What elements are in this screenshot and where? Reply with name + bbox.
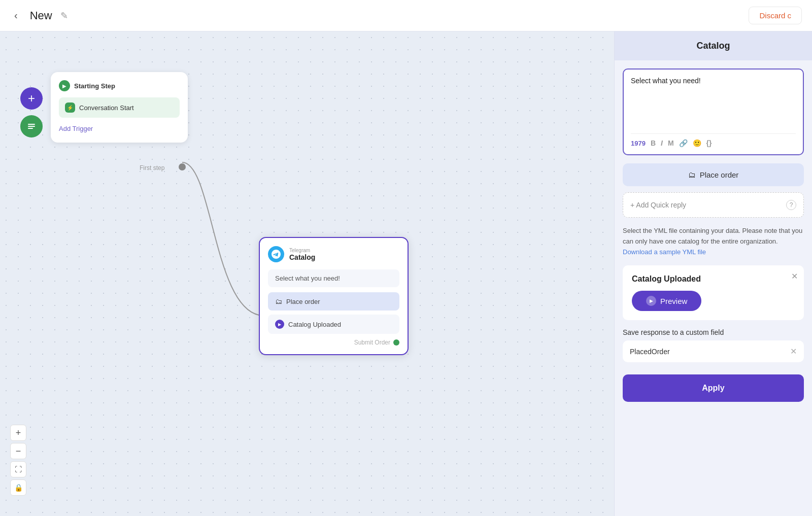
- catalog-node[interactable]: Telegram Catalog Select what you need! 🗂…: [259, 237, 409, 355]
- preview-button[interactable]: ▶ Preview: [632, 291, 701, 311]
- close-icon[interactable]: ✕: [791, 271, 798, 281]
- save-response-value: PlacedOrder: [630, 348, 670, 356]
- text-editor-content[interactable]: Select what you need!: [631, 77, 796, 127]
- conversation-start-label: Conversation Start: [79, 104, 134, 112]
- catalog-uploaded-card-title: Catalog Uploaded: [632, 274, 795, 284]
- catalog-node-header: Telegram Catalog: [268, 246, 399, 262]
- italic-icon[interactable]: I: [661, 139, 663, 147]
- first-step-dot: [179, 163, 186, 170]
- preview-play-icon: ▶: [646, 296, 656, 306]
- right-panel: Catalog Select what you need! 1979 B I M…: [614, 31, 812, 516]
- emoji-icon[interactable]: 🙂: [693, 139, 701, 147]
- help-icon[interactable]: ?: [786, 200, 796, 210]
- apply-button[interactable]: Apply: [623, 374, 804, 402]
- place-order-button-label: Place order: [700, 170, 739, 179]
- play-icon: ▶: [275, 320, 284, 329]
- monospace-icon[interactable]: M: [668, 139, 674, 147]
- text-editor-toolbar: 1979 B I M 🔗 🙂 {}: [631, 133, 796, 147]
- zoom-controls: + − ⛶ 🔒: [10, 425, 26, 496]
- zoom-out-button[interactable]: −: [10, 443, 26, 459]
- starting-step-label: Starting Step: [74, 82, 115, 90]
- starting-step-node: ▶ Starting Step ⚡ Conversation Start Add…: [51, 72, 188, 143]
- char-count: 1979: [631, 140, 646, 147]
- page-title: New: [30, 9, 52, 22]
- download-link[interactable]: Download a sample YML file: [623, 248, 706, 256]
- description-text: Select the YML file containing your data…: [623, 226, 804, 257]
- add-step-button[interactable]: +: [20, 87, 43, 110]
- submit-order-row: Submit Order: [268, 339, 399, 346]
- first-step-label: First step: [140, 164, 164, 171]
- zoom-in-button[interactable]: +: [10, 425, 26, 441]
- save-response-label: Save response to a custom field: [623, 328, 804, 336]
- list-button[interactable]: [20, 115, 43, 137]
- place-order-label: Place order: [286, 298, 320, 305]
- preview-label: Preview: [660, 297, 687, 305]
- bold-icon[interactable]: B: [651, 139, 656, 147]
- back-button[interactable]: ‹: [10, 8, 22, 23]
- starting-step-header: ▶ Starting Step: [59, 80, 180, 91]
- discard-button[interactable]: Discard c: [749, 7, 802, 24]
- link-icon[interactable]: 🔗: [679, 139, 688, 147]
- starting-step-icon: ▶: [59, 80, 70, 91]
- main-layout: + ▶ Starting Step ⚡ Conversation Start A…: [0, 31, 812, 516]
- place-order-button[interactable]: 🗂 Place order: [623, 163, 804, 186]
- submit-order-dot: [393, 339, 399, 346]
- catalog-node-name: Catalog: [289, 253, 315, 261]
- add-trigger-button[interactable]: Add Trigger: [59, 123, 93, 134]
- clear-icon[interactable]: ✕: [790, 347, 797, 356]
- conversation-start-icon: ⚡: [65, 102, 75, 113]
- right-panel-title: Catalog: [615, 31, 812, 60]
- place-order-item: 🗂 Place order: [268, 292, 399, 311]
- text-editor[interactable]: Select what you need! 1979 B I M 🔗 🙂 {}: [623, 68, 804, 155]
- canvas-area[interactable]: + ▶ Starting Step ⚡ Conversation Start A…: [0, 31, 614, 516]
- code-icon[interactable]: {}: [706, 139, 712, 147]
- topbar: ‹ New ✎ Discard c: [0, 0, 812, 31]
- add-quick-reply-label: + Add Quick reply: [630, 201, 686, 209]
- save-response-input[interactable]: PlacedOrder ✕: [623, 340, 804, 362]
- edit-icon[interactable]: ✎: [60, 10, 68, 21]
- conversation-start-item[interactable]: ⚡ Conversation Start: [59, 97, 180, 118]
- add-quick-reply-button[interactable]: + Add Quick reply ?: [623, 192, 804, 218]
- catalog-uploaded-label: Catalog Uploaded: [288, 321, 341, 328]
- catalog-uploaded-card: ✕ Catalog Uploaded ▶ Preview: [623, 265, 804, 320]
- catalog-message: Select what you need!: [268, 269, 399, 287]
- catalog-node-meta: Telegram Catalog: [289, 248, 315, 261]
- catalog-platform: Telegram: [289, 248, 315, 253]
- wallet-icon: 🗂: [688, 170, 696, 179]
- submit-order-label: Submit Order: [354, 339, 390, 346]
- catalog-uploaded-item: ▶ Catalog Uploaded: [268, 315, 399, 334]
- lock-button[interactable]: 🔒: [10, 479, 26, 496]
- telegram-icon: [268, 246, 284, 262]
- fit-button[interactable]: ⛶: [10, 461, 26, 477]
